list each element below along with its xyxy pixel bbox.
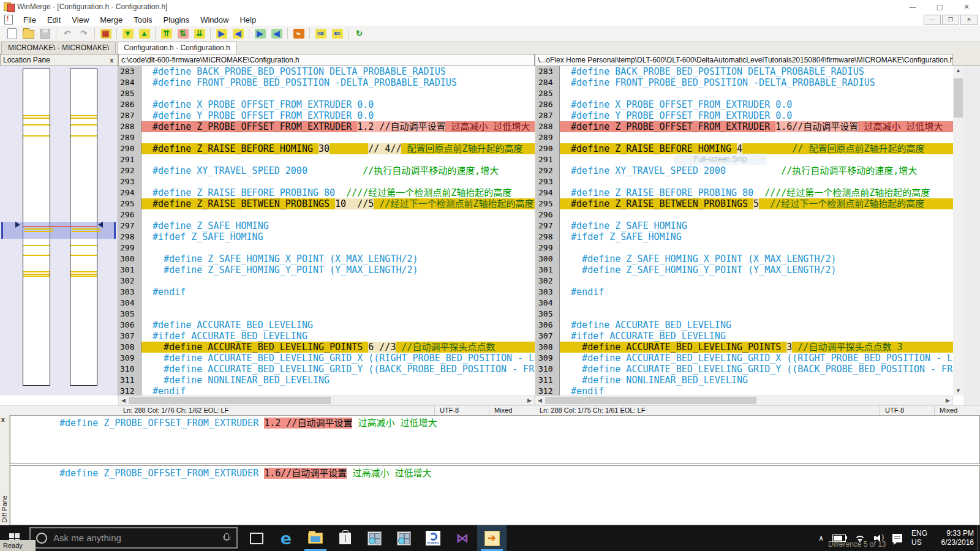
grid-tool-2-taskbar-button[interactable] [389,525,418,551]
diff-marker[interactable] [23,271,50,272]
code-line-text[interactable] [560,276,953,287]
code-line-text[interactable] [560,176,953,187]
code-line-text[interactable]: #endif [141,287,535,298]
menu-view[interactable]: View [66,15,94,25]
code-line-text[interactable] [141,298,535,309]
code-line-text[interactable] [560,242,953,253]
diff-marker[interactable] [23,255,50,256]
code-line-text[interactable]: #define Z_PROBE_OFFSET_FROM_EXTRUDER 1.2… [141,121,535,132]
right-hscroll-thumb[interactable] [545,397,756,404]
code-line-text[interactable] [560,88,953,99]
code-line-text[interactable]: #endif [560,386,953,395]
code-line-text[interactable]: #define ACCURATE_BED_LEVELING_GRID_Y ((B… [560,364,953,375]
copy-right-advance-button[interactable]: ▶ [252,26,268,40]
left-editor[interactable]: 283 #define BACK_PROBE_BED_POSITION DELT… [118,66,535,395]
first-difference-button[interactable]: ⇈ [159,26,174,40]
code-line-text[interactable]: #define FRONT_PROBE_BED_POSITION -DELTA_… [141,77,535,88]
code-line-text[interactable]: #define XY_TRAVEL_SPEED 2000 //执行自动调平移动的… [560,165,953,176]
code-line-text[interactable]: #define FRONT_PROBE_BED_POSITION -DELTA_… [560,77,953,88]
code-line-text[interactable]: #ifdef Z_SAFE_HOMING [141,231,535,242]
code-line-text[interactable]: #define Z_SAFE_HOMING [141,220,535,231]
code-line-text[interactable] [141,276,535,287]
scroll-left-icon[interactable]: ◀ [119,397,128,404]
code-line-text[interactable]: #define ACCURATE_BED_LEVELING_GRID_Y ((B… [141,364,535,375]
code-line-text[interactable]: #define ACCURATE_BED_LEVELING [560,320,953,331]
language-indicator[interactable]: ENG US [911,529,927,547]
open-button[interactable] [21,26,36,40]
mdi-restore-button[interactable]: ❐ [942,15,959,25]
tray-chevron-icon[interactable]: ∧ [818,534,824,542]
code-line-text[interactable]: #define Z_SAFE_HOMING_X_POINT (X_MAX_LEN… [560,253,953,264]
menu-window[interactable]: Window [195,15,234,25]
diff-marker[interactable] [70,245,97,246]
vscroll-thumb[interactable] [954,78,963,118]
tab-folder-compare[interactable]: MICROMAKE\ - MICROMAKE\ [1,42,116,54]
menu-help[interactable]: Help [234,15,262,25]
code-line-text[interactable]: #define XY_TRAVEL_SPEED 2000 //执行自动调平移动的… [141,165,535,176]
last-difference-button[interactable]: ⇊ [192,26,207,40]
grid-tool-taskbar-button[interactable] [360,525,389,551]
diff-marker[interactable] [23,118,50,119]
edge-taskbar-button[interactable]: e [271,525,301,551]
menu-plugins[interactable]: Plugins [158,15,195,25]
left-hscroll-thumb[interactable] [129,397,331,404]
undo-button[interactable]: ↶ [59,26,75,40]
right-horizontal-scrollbar[interactable]: ◀ ▶ [535,395,953,405]
scroll-left-icon[interactable]: ◀ [535,397,545,404]
code-line-text[interactable] [141,242,535,253]
vertical-scrollbar[interactable]: ▲ ▼ [953,66,963,395]
code-line-text[interactable]: #ifdef Z_SAFE_HOMING [560,231,953,242]
code-line-text[interactable]: #define NONLINEAR_BED_LEVELING [560,375,953,386]
code-line-text[interactable] [141,209,535,220]
file-explorer-taskbar-button[interactable] [301,525,330,551]
store-taskbar-button[interactable] [330,525,360,551]
microphone-icon[interactable] [223,533,229,543]
minimize-button[interactable]: — [899,0,926,13]
mdi-minimize-button[interactable]: — [924,15,941,25]
code-line-text[interactable]: #define Z_SAFE_HOMING_X_POINT (X_MAX_LEN… [141,253,535,264]
action-center-icon[interactable] [892,534,902,542]
code-line-text[interactable]: #define Y_PROBE_OFFSET_FROM_EXTRUDER 0.0 [560,110,953,121]
code-line-text[interactable] [141,309,535,320]
left-horizontal-scrollbar[interactable]: ◀ ▶ [118,395,535,405]
diff-marker[interactable] [23,124,50,126]
scroll-right-icon[interactable]: ▶ [525,397,534,404]
code-line-text[interactable] [141,154,535,165]
tab-file-compare[interactable]: Configuration.h - Configuration.h [117,42,236,54]
code-line-text[interactable] [141,176,535,187]
menu-merge[interactable]: Merge [94,15,128,25]
show-desktop-button[interactable] [977,525,980,551]
code-line-text[interactable]: #define ACCURATE_BED_LEVELING_GRID_X ((R… [141,353,535,364]
next-difference-button[interactable]: ▼ [120,26,135,40]
code-line-text[interactable]: #define Z_SAFE_HOMING_Y_POINT (Y_MAX_LEN… [141,264,535,276]
visual-studio-taskbar-button[interactable]: ⋈ [448,525,477,551]
location-pane-close-icon[interactable]: x [108,57,115,64]
diff-marker[interactable] [70,255,97,256]
diff-marker[interactable] [70,118,97,119]
diff-marker[interactable] [70,274,97,275]
code-line-text[interactable]: #define ACCURATE_BED_LEVELING [141,320,535,331]
diff-marker[interactable] [23,245,50,246]
code-line-text[interactable]: #define Z_RAISE_BETWEEN_PROBINGS 5 //经过下… [560,198,953,209]
previous-difference-button[interactable]: ▲ [137,26,152,40]
code-line-text[interactable] [560,132,953,143]
code-line-text[interactable] [560,309,953,320]
scroll-up-icon[interactable]: ▲ [953,66,963,75]
diff-pane-left-line[interactable]: #define Z_PROBE_OFFSET_FROM_EXTRUDER 1.2… [10,415,980,464]
code-line-text[interactable] [141,88,535,99]
code-line-text[interactable]: #define Z_RAISE_BEFORE_PROBING 80 ////经过… [560,187,953,198]
diff-pane-close-icon[interactable]: x [1,416,5,423]
diff-marker[interactable] [23,115,50,116]
left-file-path-header[interactable]: c:\code\dlt-600-firmware\MICROMAKE\Confi… [118,54,535,66]
right-file-path-header[interactable]: \...oFlex Home Personal\temp\DLT-600\DLT… [535,54,953,66]
code-line-text[interactable]: #define X_PROBE_OFFSET_FROM_EXTRUDER 0.0 [560,99,953,110]
clock[interactable]: 9:33 PM 6/23/2016 [936,529,974,547]
code-line-text[interactable]: #define Z_RAISE_BEFORE_HOMING 4 // 配置回原点… [560,143,953,154]
code-line-text[interactable]: #define Z_SAFE_HOMING [560,220,953,231]
copy-left-advance-button[interactable]: ◀ [269,26,284,40]
diff-marker[interactable] [70,271,97,272]
menu-tools[interactable]: Tools [128,15,157,25]
winmerge-taskbar-button[interactable]: ➔ [477,525,507,551]
copy-left-button[interactable]: ◀ [230,26,246,40]
copy-all-right-button[interactable]: ⇒ [313,26,328,40]
